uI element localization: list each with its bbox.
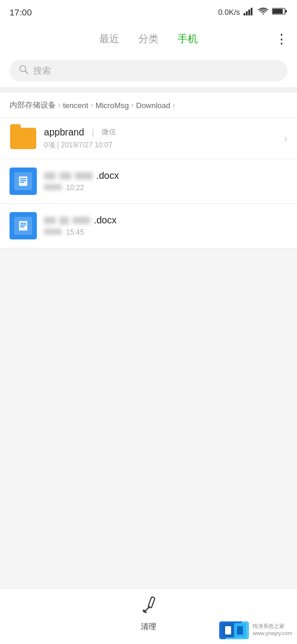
breadcrumb-chevron-2: › (131, 101, 134, 109)
top-nav: 最近 分类 手机 ⋮ (0, 24, 297, 54)
battery-icon (272, 7, 287, 17)
watermark-text: 纯净系统之家 www.ycwjzy.com (252, 623, 292, 637)
folder-icon (10, 127, 37, 150)
clean-icon[interactable] (139, 596, 158, 619)
search-input-wrap[interactable]: 搜索 (10, 60, 287, 81)
file-name-row: appbrand ｜ 微信 (44, 127, 277, 138)
network-speed: 0.0K/s (218, 8, 240, 17)
breadcrumb-chevron-1: › (91, 101, 93, 109)
breadcrumb-chevron-0: › (58, 101, 61, 109)
tab-recent[interactable]: 最近 (99, 30, 119, 48)
watermark-logo (219, 621, 249, 639)
svg-rect-11 (20, 180, 26, 181)
status-bar: 17:00 0.0K/s (0, 0, 297, 24)
file-list: appbrand ｜ 微信 0项 | 2019/7/27 10:07 › (0, 118, 297, 248)
breadcrumb-item-1[interactable]: tencent (63, 101, 89, 110)
blurred-text (44, 217, 56, 224)
chevron-right-icon: › (284, 132, 287, 145)
svg-rect-2 (248, 10, 250, 15)
blurred-text (72, 217, 90, 224)
docx-icon (10, 168, 37, 195)
blurred-meta (44, 229, 62, 235)
blurred-text (75, 172, 93, 179)
file-meta: 10:22 (44, 184, 287, 192)
list-item[interactable]: .docx 10:22 (0, 159, 297, 204)
svg-rect-15 (20, 225, 26, 226)
svg-rect-21 (225, 626, 231, 634)
svg-rect-5 (273, 9, 283, 14)
status-icons: 0.0K/s (218, 7, 287, 17)
nav-tabs: 最近 分类 手机 (99, 30, 198, 48)
file-info: .docx 10:22 (44, 171, 287, 192)
file-time: 15:45 (66, 228, 84, 236)
svg-rect-1 (246, 11, 248, 15)
blurred-text (44, 172, 56, 179)
file-name: appbrand (44, 127, 84, 138)
breadcrumb-item-0[interactable]: 内部存储设备 (10, 100, 56, 111)
svg-rect-13 (19, 221, 27, 231)
search-icon (19, 65, 29, 77)
svg-rect-14 (20, 223, 26, 224)
signal-icon (244, 7, 254, 17)
breadcrumb-chevron-3: › (173, 101, 175, 109)
more-menu-icon[interactable]: ⋮ (275, 31, 287, 47)
svg-line-18 (145, 607, 150, 611)
separator: ｜ (89, 127, 97, 138)
svg-rect-22 (237, 626, 243, 634)
section-divider (0, 88, 297, 93)
file-extension: .docx (96, 171, 119, 181)
blurred-text (59, 172, 71, 179)
breadcrumb-item-3[interactable]: Download (136, 101, 170, 110)
watermark: 纯净系统之家 www.ycwjzy.com (219, 621, 292, 639)
blurred-text (59, 217, 69, 225)
search-bar: 搜索 (0, 54, 297, 88)
clean-label[interactable]: 清理 (141, 621, 156, 632)
svg-rect-10 (20, 178, 26, 179)
list-item[interactable]: .docx 15:45 (0, 204, 297, 248)
docx-icon (10, 212, 37, 239)
file-meta: 0项 | 2019/7/27 10:07 (44, 140, 277, 150)
wifi-icon (258, 7, 268, 17)
file-badge: 微信 (102, 127, 116, 137)
file-extension: .docx (94, 215, 116, 226)
tab-phone[interactable]: 手机 (178, 30, 198, 48)
svg-rect-3 (251, 8, 252, 15)
svg-rect-9 (19, 176, 27, 186)
svg-line-8 (26, 71, 29, 74)
status-time: 17:00 (10, 7, 32, 17)
blurred-meta (44, 184, 62, 190)
file-info: .docx 15:45 (44, 215, 287, 236)
svg-rect-17 (148, 597, 155, 608)
file-info: appbrand ｜ 微信 0项 | 2019/7/27 10:07 (44, 127, 277, 150)
svg-rect-6 (285, 10, 287, 12)
svg-rect-16 (20, 226, 24, 228)
search-placeholder: 搜索 (33, 65, 51, 77)
file-name-row: .docx (44, 171, 287, 181)
breadcrumb-item-2[interactable]: MicroMsg (96, 101, 129, 110)
file-meta: 15:45 (44, 228, 287, 236)
file-name-row: .docx (44, 215, 287, 226)
file-time: 10:22 (66, 184, 84, 192)
breadcrumb: 内部存储设备 › tencent › MicroMsg › Download › (0, 93, 297, 118)
svg-rect-0 (244, 13, 245, 15)
tab-category[interactable]: 分类 (138, 30, 159, 48)
list-item[interactable]: appbrand ｜ 微信 0项 | 2019/7/27 10:07 › (0, 118, 297, 159)
svg-rect-12 (20, 182, 24, 183)
